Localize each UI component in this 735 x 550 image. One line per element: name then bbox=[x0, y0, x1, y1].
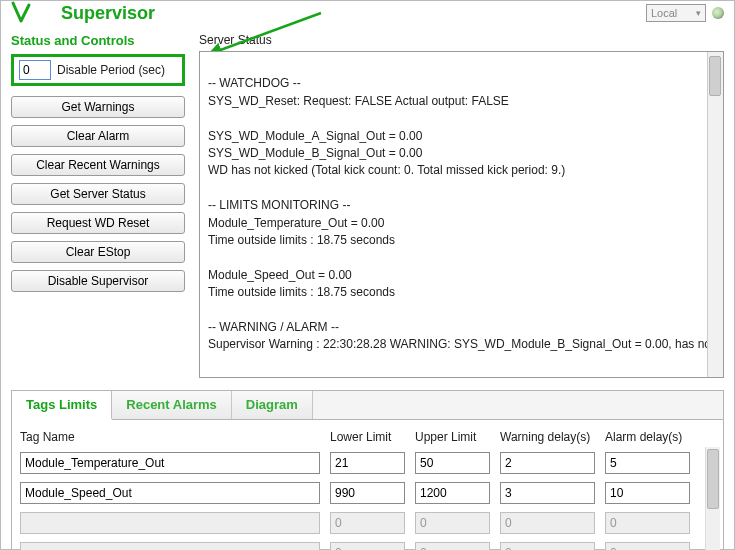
cell-warning-delay bbox=[500, 512, 595, 534]
chevron-down-icon: ▾ bbox=[696, 8, 701, 18]
tab-tags-limits[interactable]: Tags Limits bbox=[12, 391, 112, 420]
table-row bbox=[20, 512, 715, 534]
col-header-upper: Upper Limit bbox=[415, 430, 490, 444]
col-header-name: Tag Name bbox=[20, 430, 320, 444]
server-scrollbar[interactable] bbox=[707, 52, 723, 377]
tabstrip: Tags LimitsRecent AlarmsDiagram bbox=[12, 391, 723, 420]
table-header-row: Tag Name Lower Limit Upper Limit Warning… bbox=[20, 430, 715, 444]
cell-warning-delay[interactable] bbox=[500, 482, 595, 504]
cell-tag-name[interactable] bbox=[20, 452, 320, 474]
cell-lower-limit bbox=[330, 512, 405, 534]
app-title: Supervisor bbox=[61, 3, 155, 24]
table-scroll-thumb[interactable] bbox=[707, 449, 719, 509]
cell-tag-name bbox=[20, 542, 320, 550]
header: Supervisor Local ▾ bbox=[11, 1, 724, 29]
controls-section-title: Status and Controls bbox=[11, 33, 185, 48]
cell-upper-limit[interactable] bbox=[415, 452, 490, 474]
tabs-container: Tags LimitsRecent AlarmsDiagram Tag Name… bbox=[11, 390, 724, 550]
cell-alarm-delay bbox=[605, 512, 690, 534]
location-dropdown[interactable]: Local ▾ bbox=[646, 4, 706, 22]
cell-upper-limit bbox=[415, 512, 490, 534]
tab-recent-alarms[interactable]: Recent Alarms bbox=[112, 391, 232, 419]
server-status-text: -- WATCHDOG -- SYS_WD_Reset: Request: FA… bbox=[208, 76, 714, 351]
cell-alarm-delay[interactable] bbox=[605, 482, 690, 504]
disable-period-label: Disable Period (sec) bbox=[57, 63, 165, 77]
cell-warning-delay[interactable] bbox=[500, 452, 595, 474]
cell-lower-limit[interactable] bbox=[330, 452, 405, 474]
tab-diagram[interactable]: Diagram bbox=[232, 391, 313, 419]
control-button-get-server-status[interactable]: Get Server Status bbox=[11, 183, 185, 205]
cell-alarm-delay[interactable] bbox=[605, 452, 690, 474]
cell-tag-name bbox=[20, 512, 320, 534]
tab-tags-limits: Tag Name Lower Limit Upper Limit Warning… bbox=[12, 420, 723, 550]
col-header-lower: Lower Limit bbox=[330, 430, 405, 444]
table-row bbox=[20, 482, 715, 504]
table-scrollbar[interactable] bbox=[705, 447, 720, 550]
cell-lower-limit bbox=[330, 542, 405, 550]
cell-alarm-delay bbox=[605, 542, 690, 550]
control-button-clear-alarm[interactable]: Clear Alarm bbox=[11, 125, 185, 147]
disable-period-input[interactable] bbox=[19, 60, 51, 80]
control-button-get-warnings[interactable]: Get Warnings bbox=[11, 96, 185, 118]
server-status-label: Server Status bbox=[199, 33, 724, 47]
control-button-clear-estop[interactable]: Clear EStop bbox=[11, 241, 185, 263]
control-button-clear-recent-warnings[interactable]: Clear Recent Warnings bbox=[11, 154, 185, 176]
control-button-disable-supervisor[interactable]: Disable Supervisor bbox=[11, 270, 185, 292]
table-row bbox=[20, 542, 715, 550]
disable-period-group: Disable Period (sec) bbox=[11, 54, 185, 86]
col-header-warn: Warning delay(s) bbox=[500, 430, 595, 444]
control-button-request-wd-reset[interactable]: Request WD Reset bbox=[11, 212, 185, 234]
col-header-alarm: Alarm delay(s) bbox=[605, 430, 690, 444]
cell-warning-delay bbox=[500, 542, 595, 550]
table-row bbox=[20, 452, 715, 474]
status-indicator-icon bbox=[712, 7, 724, 19]
cell-upper-limit bbox=[415, 542, 490, 550]
cell-upper-limit[interactable] bbox=[415, 482, 490, 504]
location-value: Local bbox=[651, 7, 677, 19]
logo-icon bbox=[11, 1, 51, 25]
cell-lower-limit[interactable] bbox=[330, 482, 405, 504]
server-status-textbox[interactable]: -- WATCHDOG -- SYS_WD_Reset: Request: FA… bbox=[199, 51, 724, 378]
cell-tag-name[interactable] bbox=[20, 482, 320, 504]
server-scroll-thumb[interactable] bbox=[709, 56, 721, 96]
